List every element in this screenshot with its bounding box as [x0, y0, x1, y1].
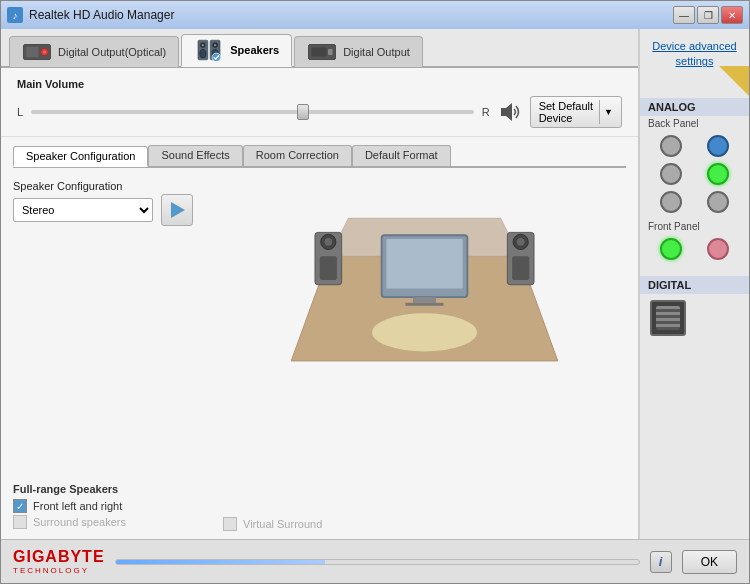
virtual-surround-label: Virtual Surround — [243, 518, 322, 530]
svg-point-19 — [372, 313, 477, 351]
connector-front-bottom[interactable] — [707, 238, 729, 260]
svg-rect-16 — [501, 108, 506, 116]
front-left-right-row: Front left and right — [13, 499, 213, 513]
svg-rect-1 — [27, 47, 39, 58]
connector-back-tr[interactable] — [707, 135, 729, 157]
full-range-section: Full-range Speakers Front left and right… — [13, 363, 213, 531]
play-test-button[interactable] — [161, 194, 193, 226]
digital-output-icon — [307, 41, 337, 63]
digital-connector-inner — [656, 306, 680, 330]
svg-point-10 — [214, 44, 216, 46]
inner-tab-default-format[interactable]: Default Format — [352, 145, 451, 166]
config-row: Stereo Quadraphonic 5.1 Surround 7.1 Sur… — [13, 194, 213, 226]
inner-tab-room-correction[interactable]: Room Correction — [243, 145, 352, 166]
tab-digital-optical-label: Digital Output(Optical) — [58, 46, 166, 58]
restore-button[interactable]: ❐ — [697, 6, 719, 24]
svg-rect-31 — [413, 297, 436, 303]
speakers-icon — [194, 39, 224, 61]
speaker-visualization: Virtual Surround — [223, 180, 626, 531]
window-title: Realtek HD Audio Manager — [29, 8, 667, 22]
svg-rect-15 — [328, 49, 333, 55]
volume-icon[interactable] — [498, 100, 522, 124]
svg-rect-14 — [312, 48, 327, 57]
minimize-button[interactable]: — — [673, 6, 695, 24]
volume-r: R — [482, 106, 490, 118]
svg-marker-17 — [506, 103, 512, 121]
inner-tab-sound-effects[interactable]: Sound Effects — [148, 145, 242, 166]
tab-speakers[interactable]: Speakers — [181, 34, 292, 67]
gigabyte-text: GIGABYTE — [13, 548, 105, 566]
decoration — [640, 76, 749, 96]
set-default-arrow-icon: ▼ — [600, 107, 613, 117]
bottom-bar: GIGABYTE TECHNOLOGY i OK — [1, 539, 749, 583]
speaker-scene-svg — [223, 180, 626, 380]
virtual-surround-row: Virtual Surround — [223, 517, 322, 531]
tab-speakers-label: Speakers — [230, 44, 279, 56]
corner-decoration — [719, 66, 749, 96]
right-panel: Device advanced settings ANALOG Back Pan… — [639, 29, 749, 539]
set-default-button[interactable]: Set Default Device ▼ — [530, 96, 622, 128]
connector-front-top[interactable] — [660, 238, 682, 260]
svg-point-27 — [517, 238, 525, 246]
digital-optical-icon — [22, 41, 52, 63]
volume-l: L — [17, 106, 23, 118]
main-window: ♪ Realtek HD Audio Manager — ❐ ✕ Digita — [0, 0, 750, 584]
tab-digital-output-label: Digital Output — [343, 46, 410, 58]
left-controls: Speaker Configuration Stereo Quadraphoni… — [13, 180, 213, 531]
connector-back-mr[interactable] — [707, 163, 729, 185]
full-range-label: Full-range Speakers — [13, 483, 213, 495]
set-default-label: Set Default Device — [539, 100, 600, 124]
title-bar: ♪ Realtek HD Audio Manager — ❐ ✕ — [1, 1, 749, 29]
svg-rect-28 — [512, 256, 529, 280]
device-tabs: Digital Output(Optical) — [1, 29, 638, 68]
digital-connector-box[interactable] — [650, 300, 686, 336]
left-panel: Digital Output(Optical) — [1, 29, 639, 539]
surround-speakers-checkbox[interactable] — [13, 515, 27, 529]
volume-row: L R Set D — [17, 96, 622, 128]
svg-point-3 — [43, 51, 46, 54]
inner-tab-speaker-config[interactable]: Speaker Configuration — [13, 146, 148, 167]
front-left-right-label: Front left and right — [33, 500, 122, 512]
app-icon: ♪ — [7, 7, 23, 23]
main-content: Digital Output(Optical) — [1, 29, 749, 539]
speaker-config-content: Speaker Configuration Stereo Quadraphoni… — [13, 174, 626, 531]
window-controls: — ❐ ✕ — [673, 6, 743, 24]
analog-section-title: ANALOG — [640, 98, 749, 116]
speaker-config-select[interactable]: Stereo Quadraphonic 5.1 Surround 7.1 Sur… — [13, 198, 153, 222]
tab-digital-optical[interactable]: Digital Output(Optical) — [9, 36, 179, 67]
inner-panel: Speaker Configuration Sound Effects Room… — [1, 137, 638, 539]
speaker-icon — [499, 101, 521, 123]
connector-back-br[interactable] — [707, 191, 729, 213]
back-panel-connectors — [640, 129, 749, 219]
virtual-surround-checkbox[interactable] — [223, 517, 237, 531]
tab-digital-output[interactable]: Digital Output — [294, 36, 423, 67]
volume-slider[interactable] — [31, 110, 474, 114]
svg-rect-32 — [405, 303, 443, 306]
connector-back-bl[interactable] — [660, 191, 682, 213]
surround-speakers-row: Surround speakers — [13, 515, 213, 529]
svg-point-7 — [200, 49, 206, 58]
volume-section: Main Volume L R — [1, 68, 638, 137]
volume-thumb[interactable] — [297, 104, 309, 120]
back-panel-label: Back Panel — [640, 116, 749, 129]
svg-rect-30 — [386, 239, 462, 289]
front-panel-label: Front Panel — [640, 219, 749, 232]
info-button[interactable]: i — [650, 551, 672, 573]
surround-speakers-label: Surround speakers — [33, 516, 126, 528]
svg-point-23 — [325, 238, 333, 246]
ok-button[interactable]: OK — [682, 550, 737, 574]
progress-bar — [115, 559, 640, 565]
volume-label: Main Volume — [17, 78, 622, 90]
inner-tabs: Speaker Configuration Sound Effects Room… — [13, 145, 626, 168]
connector-back-ml[interactable] — [660, 163, 682, 185]
close-button[interactable]: ✕ — [721, 6, 743, 24]
play-icon — [171, 202, 185, 218]
front-left-right-checkbox[interactable] — [13, 499, 27, 513]
digital-section: DIGITAL — [640, 274, 749, 342]
connector-back-tl[interactable] — [660, 135, 682, 157]
digital-section-title: DIGITAL — [640, 276, 749, 294]
technology-text: TECHNOLOGY — [13, 566, 105, 575]
svg-point-12 — [212, 53, 221, 61]
svg-point-6 — [202, 44, 204, 46]
svg-rect-24 — [320, 256, 337, 280]
